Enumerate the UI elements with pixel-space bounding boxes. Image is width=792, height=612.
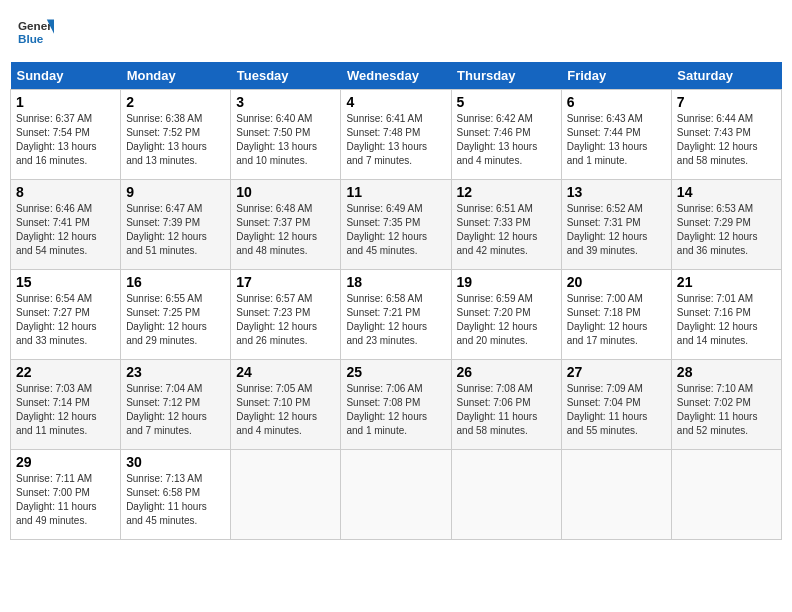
day-cell-4: 4 Sunrise: 6:41 AMSunset: 7:48 PMDayligh… [341, 90, 451, 180]
day-info: Sunrise: 6:38 AMSunset: 7:52 PMDaylight:… [126, 113, 207, 166]
day-info: Sunrise: 7:04 AMSunset: 7:12 PMDaylight:… [126, 383, 207, 436]
day-info: Sunrise: 7:13 AMSunset: 6:58 PMDaylight:… [126, 473, 207, 526]
col-sunday: Sunday [11, 62, 121, 90]
day-info: Sunrise: 7:11 AMSunset: 7:00 PMDaylight:… [16, 473, 97, 526]
day-cell-23: 23 Sunrise: 7:04 AMSunset: 7:12 PMDaylig… [121, 360, 231, 450]
col-thursday: Thursday [451, 62, 561, 90]
logo: General Blue [18, 14, 58, 50]
day-cell-17: 17 Sunrise: 6:57 AMSunset: 7:23 PMDaylig… [231, 270, 341, 360]
day-number: 28 [677, 364, 776, 380]
day-number: 15 [16, 274, 115, 290]
day-cell-6: 6 Sunrise: 6:43 AMSunset: 7:44 PMDayligh… [561, 90, 671, 180]
day-number: 19 [457, 274, 556, 290]
day-number: 22 [16, 364, 115, 380]
day-cell-15: 15 Sunrise: 6:54 AMSunset: 7:27 PMDaylig… [11, 270, 121, 360]
day-info: Sunrise: 6:44 AMSunset: 7:43 PMDaylight:… [677, 113, 758, 166]
day-info: Sunrise: 6:41 AMSunset: 7:48 PMDaylight:… [346, 113, 427, 166]
col-saturday: Saturday [671, 62, 781, 90]
day-info: Sunrise: 6:51 AMSunset: 7:33 PMDaylight:… [457, 203, 538, 256]
day-cell-20: 20 Sunrise: 7:00 AMSunset: 7:18 PMDaylig… [561, 270, 671, 360]
day-number: 29 [16, 454, 115, 470]
col-monday: Monday [121, 62, 231, 90]
col-wednesday: Wednesday [341, 62, 451, 90]
day-number: 18 [346, 274, 445, 290]
day-cell-21: 21 Sunrise: 7:01 AMSunset: 7:16 PMDaylig… [671, 270, 781, 360]
day-number: 23 [126, 364, 225, 380]
week-row-3: 15 Sunrise: 6:54 AMSunset: 7:27 PMDaylig… [11, 270, 782, 360]
day-number: 16 [126, 274, 225, 290]
day-number: 26 [457, 364, 556, 380]
day-cell-22: 22 Sunrise: 7:03 AMSunset: 7:14 PMDaylig… [11, 360, 121, 450]
empty-cell [561, 450, 671, 540]
day-info: Sunrise: 6:58 AMSunset: 7:21 PMDaylight:… [346, 293, 427, 346]
day-cell-25: 25 Sunrise: 7:06 AMSunset: 7:08 PMDaylig… [341, 360, 451, 450]
week-row-5: 29 Sunrise: 7:11 AMSunset: 7:00 PMDaylig… [11, 450, 782, 540]
day-cell-13: 13 Sunrise: 6:52 AMSunset: 7:31 PMDaylig… [561, 180, 671, 270]
day-cell-5: 5 Sunrise: 6:42 AMSunset: 7:46 PMDayligh… [451, 90, 561, 180]
day-number: 2 [126, 94, 225, 110]
day-number: 1 [16, 94, 115, 110]
empty-cell [341, 450, 451, 540]
day-info: Sunrise: 7:08 AMSunset: 7:06 PMDaylight:… [457, 383, 538, 436]
day-info: Sunrise: 6:53 AMSunset: 7:29 PMDaylight:… [677, 203, 758, 256]
day-cell-12: 12 Sunrise: 6:51 AMSunset: 7:33 PMDaylig… [451, 180, 561, 270]
day-number: 5 [457, 94, 556, 110]
day-cell-27: 27 Sunrise: 7:09 AMSunset: 7:04 PMDaylig… [561, 360, 671, 450]
day-info: Sunrise: 7:00 AMSunset: 7:18 PMDaylight:… [567, 293, 648, 346]
empty-cell [231, 450, 341, 540]
empty-cell [671, 450, 781, 540]
day-number: 3 [236, 94, 335, 110]
day-info: Sunrise: 6:42 AMSunset: 7:46 PMDaylight:… [457, 113, 538, 166]
day-cell-9: 9 Sunrise: 6:47 AMSunset: 7:39 PMDayligh… [121, 180, 231, 270]
day-cell-7: 7 Sunrise: 6:44 AMSunset: 7:43 PMDayligh… [671, 90, 781, 180]
day-info: Sunrise: 7:01 AMSunset: 7:16 PMDaylight:… [677, 293, 758, 346]
day-number: 21 [677, 274, 776, 290]
col-tuesday: Tuesday [231, 62, 341, 90]
day-number: 13 [567, 184, 666, 200]
day-cell-11: 11 Sunrise: 6:49 AMSunset: 7:35 PMDaylig… [341, 180, 451, 270]
day-info: Sunrise: 6:37 AMSunset: 7:54 PMDaylight:… [16, 113, 97, 166]
logo-icon: General Blue [18, 14, 54, 50]
day-number: 10 [236, 184, 335, 200]
day-cell-29: 29 Sunrise: 7:11 AMSunset: 7:00 PMDaylig… [11, 450, 121, 540]
day-number: 20 [567, 274, 666, 290]
day-cell-30: 30 Sunrise: 7:13 AMSunset: 6:58 PMDaylig… [121, 450, 231, 540]
day-number: 17 [236, 274, 335, 290]
day-info: Sunrise: 6:40 AMSunset: 7:50 PMDaylight:… [236, 113, 317, 166]
day-info: Sunrise: 6:47 AMSunset: 7:39 PMDaylight:… [126, 203, 207, 256]
day-cell-28: 28 Sunrise: 7:10 AMSunset: 7:02 PMDaylig… [671, 360, 781, 450]
day-number: 25 [346, 364, 445, 380]
day-info: Sunrise: 6:43 AMSunset: 7:44 PMDaylight:… [567, 113, 648, 166]
day-info: Sunrise: 6:49 AMSunset: 7:35 PMDaylight:… [346, 203, 427, 256]
day-cell-1: 1 Sunrise: 6:37 AMSunset: 7:54 PMDayligh… [11, 90, 121, 180]
day-info: Sunrise: 6:52 AMSunset: 7:31 PMDaylight:… [567, 203, 648, 256]
week-row-4: 22 Sunrise: 7:03 AMSunset: 7:14 PMDaylig… [11, 360, 782, 450]
day-number: 30 [126, 454, 225, 470]
day-number: 9 [126, 184, 225, 200]
day-cell-10: 10 Sunrise: 6:48 AMSunset: 7:37 PMDaylig… [231, 180, 341, 270]
day-info: Sunrise: 7:06 AMSunset: 7:08 PMDaylight:… [346, 383, 427, 436]
day-info: Sunrise: 6:59 AMSunset: 7:20 PMDaylight:… [457, 293, 538, 346]
day-cell-3: 3 Sunrise: 6:40 AMSunset: 7:50 PMDayligh… [231, 90, 341, 180]
day-number: 27 [567, 364, 666, 380]
day-number: 14 [677, 184, 776, 200]
day-info: Sunrise: 6:48 AMSunset: 7:37 PMDaylight:… [236, 203, 317, 256]
week-row-2: 8 Sunrise: 6:46 AMSunset: 7:41 PMDayligh… [11, 180, 782, 270]
week-row-1: 1 Sunrise: 6:37 AMSunset: 7:54 PMDayligh… [11, 90, 782, 180]
day-info: Sunrise: 7:10 AMSunset: 7:02 PMDaylight:… [677, 383, 758, 436]
day-info: Sunrise: 6:54 AMSunset: 7:27 PMDaylight:… [16, 293, 97, 346]
day-cell-26: 26 Sunrise: 7:08 AMSunset: 7:06 PMDaylig… [451, 360, 561, 450]
day-cell-8: 8 Sunrise: 6:46 AMSunset: 7:41 PMDayligh… [11, 180, 121, 270]
day-info: Sunrise: 6:55 AMSunset: 7:25 PMDaylight:… [126, 293, 207, 346]
day-number: 7 [677, 94, 776, 110]
svg-text:Blue: Blue [18, 32, 44, 45]
day-cell-24: 24 Sunrise: 7:05 AMSunset: 7:10 PMDaylig… [231, 360, 341, 450]
empty-cell [451, 450, 561, 540]
day-number: 6 [567, 94, 666, 110]
day-info: Sunrise: 7:09 AMSunset: 7:04 PMDaylight:… [567, 383, 648, 436]
day-number: 12 [457, 184, 556, 200]
col-friday: Friday [561, 62, 671, 90]
day-info: Sunrise: 6:57 AMSunset: 7:23 PMDaylight:… [236, 293, 317, 346]
page-header: General Blue [10, 10, 782, 54]
day-number: 8 [16, 184, 115, 200]
